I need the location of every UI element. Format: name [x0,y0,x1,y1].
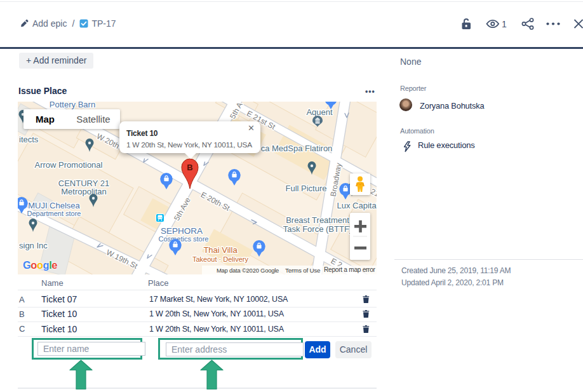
svg-text:Thai Villa: Thai Villa [203,245,238,255]
svg-text:Metropolitan: Metropolitan [61,187,107,196]
svg-text:Arrow Promotional: Arrow Promotional [35,160,103,170]
svg-text:itects: itects [19,135,39,144]
svg-text:1: 1 [502,19,507,29]
svg-text:Aquent: Aquent [306,107,333,117]
svg-text:B: B [187,163,192,172]
svg-text:Department store: Department store [27,210,81,217]
svg-text:ca MedSpa Flatiron: ca MedSpa Flatiron [261,144,333,153]
svg-text:sign Inc: sign Inc [19,241,48,250]
svg-text:Lux Capital: Lux Capital [337,201,377,210]
svg-text:Pottery Barn: Pottery Barn [50,102,95,109]
svg-text:Cosmetics store: Cosmetics store [159,235,209,243]
svg-text:Full Picture: Full Picture [285,184,326,193]
svg-text:MUJI Chelsea: MUJI Chelsea [28,201,80,210]
svg-text:Takeout · Delivery: Takeout · Delivery [192,255,249,263]
svg-text:Breast Treatment: Breast Treatment [286,215,349,225]
svg-text:Task Force (BTTF): Task Force (BTTF) [283,224,352,234]
svg-text:SEPHORA: SEPHORA [161,226,203,236]
